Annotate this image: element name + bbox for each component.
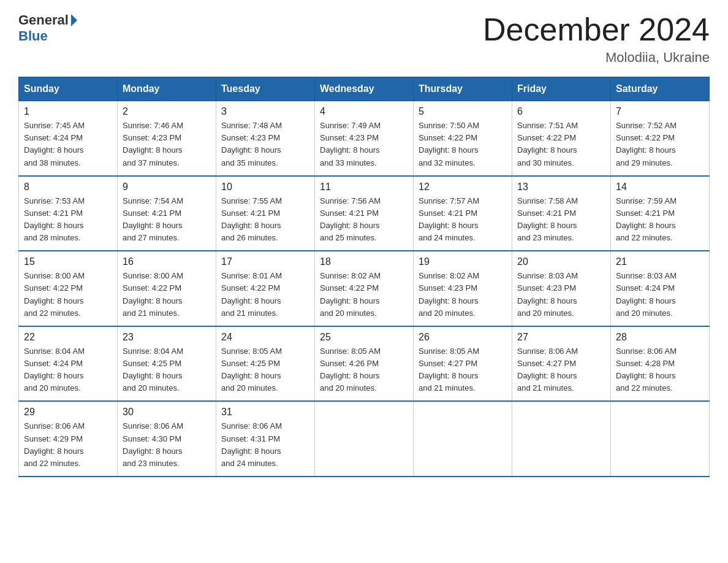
day-number: 10 [221, 182, 309, 193]
day-info: Sunrise: 7:51 AMSunset: 4:22 PMDaylight:… [517, 120, 605, 169]
weekday-wednesday: Wednesday [315, 77, 414, 101]
day-info: Sunrise: 7:46 AMSunset: 4:23 PMDaylight:… [123, 120, 211, 169]
logo-blue: Blue [18, 28, 48, 44]
day-cell-9: 9Sunrise: 7:54 AMSunset: 4:21 PMDaylight… [118, 176, 216, 251]
weekday-tuesday: Tuesday [216, 77, 315, 101]
empty-cell [611, 401, 710, 477]
day-info: Sunrise: 8:03 AMSunset: 4:23 PMDaylight:… [517, 270, 605, 320]
day-cell-11: 11Sunrise: 7:56 AMSunset: 4:21 PMDayligh… [315, 176, 414, 251]
day-cell-24: 24Sunrise: 8:05 AMSunset: 4:25 PMDayligh… [216, 326, 315, 402]
logo-general: General [18, 12, 69, 28]
day-cell-10: 10Sunrise: 7:55 AMSunset: 4:21 PMDayligh… [216, 176, 315, 251]
day-cell-6: 6Sunrise: 7:51 AMSunset: 4:22 PMDaylight… [512, 101, 611, 176]
day-number: 23 [123, 332, 211, 343]
day-number: 3 [221, 106, 309, 117]
day-number: 30 [123, 407, 211, 418]
day-cell-16: 16Sunrise: 8:00 AMSunset: 4:22 PMDayligh… [118, 251, 216, 326]
day-info: Sunrise: 8:06 AMSunset: 4:31 PMDaylight:… [221, 420, 309, 470]
calendar-subtitle: Molodiia, Ukraine [483, 50, 710, 66]
day-cell-12: 12Sunrise: 7:57 AMSunset: 4:21 PMDayligh… [414, 176, 512, 251]
day-number: 24 [221, 332, 309, 343]
calendar-table: SundayMondayTuesdayWednesdayThursdayFrid… [18, 77, 710, 477]
week-row-2: 8Sunrise: 7:53 AMSunset: 4:21 PMDaylight… [19, 176, 710, 251]
title-block: December 2024 Molodiia, Ukraine [483, 12, 710, 66]
day-info: Sunrise: 8:04 AMSunset: 4:25 PMDaylight:… [123, 345, 211, 395]
logo-arrow-icon [71, 14, 77, 26]
day-cell-23: 23Sunrise: 8:04 AMSunset: 4:25 PMDayligh… [118, 326, 216, 402]
day-cell-3: 3Sunrise: 7:48 AMSunset: 4:23 PMDaylight… [216, 101, 315, 176]
day-number: 13 [517, 182, 605, 193]
logo: General Blue [18, 12, 77, 44]
logo-text: General [18, 12, 77, 28]
weekday-thursday: Thursday [414, 77, 512, 101]
day-info: Sunrise: 8:01 AMSunset: 4:22 PMDaylight:… [221, 270, 309, 320]
day-cell-20: 20Sunrise: 8:03 AMSunset: 4:23 PMDayligh… [512, 251, 611, 326]
day-cell-22: 22Sunrise: 8:04 AMSunset: 4:24 PMDayligh… [19, 326, 118, 402]
day-info: Sunrise: 7:50 AMSunset: 4:22 PMDaylight:… [419, 120, 507, 169]
day-number: 20 [517, 256, 605, 267]
day-number: 9 [123, 182, 211, 193]
day-info: Sunrise: 8:05 AMSunset: 4:25 PMDaylight:… [221, 345, 309, 395]
day-number: 25 [320, 332, 408, 343]
day-info: Sunrise: 8:05 AMSunset: 4:26 PMDaylight:… [320, 345, 408, 395]
day-cell-26: 26Sunrise: 8:05 AMSunset: 4:27 PMDayligh… [414, 326, 512, 402]
day-number: 12 [419, 182, 507, 193]
day-cell-4: 4Sunrise: 7:49 AMSunset: 4:23 PMDaylight… [315, 101, 414, 176]
week-row-3: 15Sunrise: 8:00 AMSunset: 4:22 PMDayligh… [19, 251, 710, 326]
day-info: Sunrise: 8:04 AMSunset: 4:24 PMDaylight:… [24, 345, 112, 395]
day-info: Sunrise: 7:57 AMSunset: 4:21 PMDaylight:… [419, 195, 507, 245]
day-cell-30: 30Sunrise: 8:06 AMSunset: 4:30 PMDayligh… [118, 401, 216, 477]
day-cell-21: 21Sunrise: 8:03 AMSunset: 4:24 PMDayligh… [611, 251, 710, 326]
day-cell-7: 7Sunrise: 7:52 AMSunset: 4:22 PMDaylight… [611, 101, 710, 176]
day-number: 21 [616, 256, 704, 267]
day-cell-8: 8Sunrise: 7:53 AMSunset: 4:21 PMDaylight… [19, 176, 118, 251]
page-header: General Blue December 2024 Molodiia, Ukr… [18, 12, 710, 66]
day-info: Sunrise: 8:00 AMSunset: 4:22 PMDaylight:… [123, 270, 211, 320]
day-cell-5: 5Sunrise: 7:50 AMSunset: 4:22 PMDaylight… [414, 101, 512, 176]
empty-cell [414, 401, 512, 477]
day-info: Sunrise: 8:02 AMSunset: 4:23 PMDaylight:… [419, 270, 507, 320]
day-info: Sunrise: 7:52 AMSunset: 4:22 PMDaylight:… [616, 120, 704, 169]
day-number: 31 [221, 407, 309, 418]
weekday-saturday: Saturday [611, 77, 710, 101]
week-row-5: 29Sunrise: 8:06 AMSunset: 4:29 PMDayligh… [19, 401, 710, 477]
weekday-friday: Friday [512, 77, 611, 101]
day-info: Sunrise: 8:06 AMSunset: 4:30 PMDaylight:… [123, 420, 211, 470]
day-info: Sunrise: 8:02 AMSunset: 4:22 PMDaylight:… [320, 270, 408, 320]
day-info: Sunrise: 7:55 AMSunset: 4:21 PMDaylight:… [221, 195, 309, 245]
day-number: 19 [419, 256, 507, 267]
day-info: Sunrise: 7:53 AMSunset: 4:21 PMDaylight:… [24, 195, 112, 245]
weekday-sunday: Sunday [19, 77, 118, 101]
day-number: 15 [24, 256, 112, 267]
day-cell-28: 28Sunrise: 8:06 AMSunset: 4:28 PMDayligh… [611, 326, 710, 402]
day-number: 22 [24, 332, 112, 343]
day-info: Sunrise: 8:00 AMSunset: 4:22 PMDaylight:… [24, 270, 112, 320]
day-info: Sunrise: 7:45 AMSunset: 4:24 PMDaylight:… [24, 120, 112, 169]
day-cell-27: 27Sunrise: 8:06 AMSunset: 4:27 PMDayligh… [512, 326, 611, 402]
day-cell-18: 18Sunrise: 8:02 AMSunset: 4:22 PMDayligh… [315, 251, 414, 326]
empty-cell [315, 401, 414, 477]
day-info: Sunrise: 7:59 AMSunset: 4:21 PMDaylight:… [616, 195, 704, 245]
day-info: Sunrise: 7:56 AMSunset: 4:21 PMDaylight:… [320, 195, 408, 245]
day-cell-15: 15Sunrise: 8:00 AMSunset: 4:22 PMDayligh… [19, 251, 118, 326]
day-info: Sunrise: 7:58 AMSunset: 4:21 PMDaylight:… [517, 195, 605, 245]
day-number: 8 [24, 182, 112, 193]
day-number: 26 [419, 332, 507, 343]
day-number: 16 [123, 256, 211, 267]
day-number: 11 [320, 182, 408, 193]
day-info: Sunrise: 8:05 AMSunset: 4:27 PMDaylight:… [419, 345, 507, 395]
day-cell-29: 29Sunrise: 8:06 AMSunset: 4:29 PMDayligh… [19, 401, 118, 477]
day-info: Sunrise: 7:48 AMSunset: 4:23 PMDaylight:… [221, 120, 309, 169]
weekday-monday: Monday [118, 77, 216, 101]
day-info: Sunrise: 7:54 AMSunset: 4:21 PMDaylight:… [123, 195, 211, 245]
day-number: 4 [320, 106, 408, 117]
empty-cell [512, 401, 611, 477]
day-info: Sunrise: 8:06 AMSunset: 4:29 PMDaylight:… [24, 420, 112, 470]
day-number: 2 [123, 106, 211, 117]
day-info: Sunrise: 8:06 AMSunset: 4:28 PMDaylight:… [616, 345, 704, 395]
day-cell-14: 14Sunrise: 7:59 AMSunset: 4:21 PMDayligh… [611, 176, 710, 251]
day-number: 5 [419, 106, 507, 117]
day-number: 7 [616, 106, 704, 117]
calendar-title: December 2024 [483, 12, 710, 47]
week-row-1: 1Sunrise: 7:45 AMSunset: 4:24 PMDaylight… [19, 101, 710, 176]
